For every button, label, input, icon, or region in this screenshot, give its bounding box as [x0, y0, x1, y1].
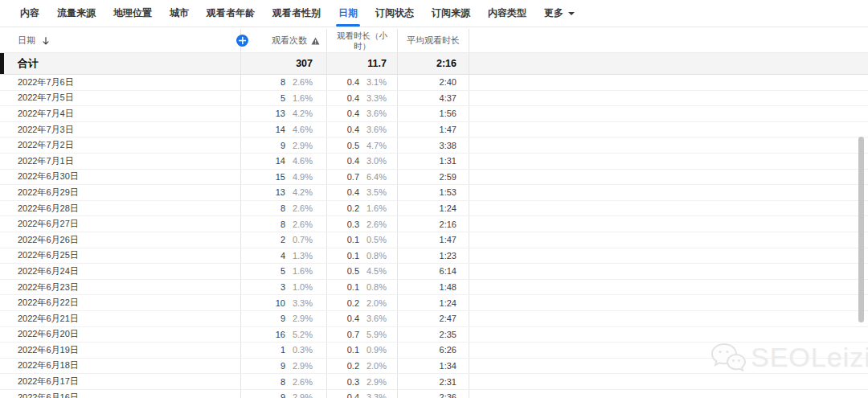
vertical-scrollbar-thumb[interactable]	[858, 137, 864, 322]
table-row[interactable]: 2022年6月20日 16 5.2% 0.7 5.9% 2:35	[0, 327, 868, 343]
header-date[interactable]: 日期	[0, 29, 241, 52]
row-views-pct: 4.9%	[285, 172, 313, 182]
table-row[interactable]: 2022年6月23日 3 1.0% 0.1 0.8% 1:48	[0, 280, 868, 296]
row-watch-time-cell: 0.1 0.5%	[327, 232, 398, 248]
row-avg-duration: 6:14	[440, 266, 457, 276]
table-row[interactable]: 2022年6月16日 9 2.9% 0.4 3.3% 2:36	[0, 390, 868, 398]
row-spacer	[469, 75, 868, 90]
row-views: 5	[241, 266, 285, 276]
row-date-cell: 2022年7月3日	[0, 122, 241, 137]
tab-label: 内容	[20, 6, 39, 20]
row-views: 15	[241, 172, 285, 182]
table-row[interactable]: 2022年6月22日 10 3.3% 0.2 2.0% 1:24	[0, 295, 868, 311]
header-avg-duration[interactable]: 平均观看时长	[398, 29, 469, 52]
tab-更多[interactable]: 更多	[535, 0, 583, 27]
table-row[interactable]: 2022年7月3日 14 4.6% 0.4 3.6% 1:47	[0, 122, 868, 138]
row-watch-time: 0.1	[327, 251, 359, 261]
tab-观看者年龄[interactable]: 观看者年龄	[198, 0, 264, 27]
row-avg-duration-cell: 2:35	[398, 327, 469, 343]
analytics-tab-bar: 内容 流量来源 地理位置 城市 观看者年龄 观看者性别 日期 订阅状态 订阅来源…	[0, 0, 868, 27]
row-spacer	[469, 122, 868, 137]
table-row[interactable]: 2022年7月4日 13 4.2% 0.4 3.6% 1:56	[0, 106, 868, 122]
row-watch-time-cell: 0.4 3.3%	[327, 390, 398, 398]
tab-地理位置[interactable]: 地理位置	[104, 0, 161, 27]
row-views-cell: 9 2.9%	[241, 359, 327, 374]
tab-label: 城市	[170, 6, 189, 20]
total-row: 合计 307 11.7 2:16	[0, 53, 868, 75]
row-date: 2022年6月26日	[18, 234, 79, 246]
table-body: 2022年7月6日 8 2.6% 0.4 3.1% 2:40 2022年7月5日…	[0, 75, 868, 398]
tab-城市[interactable]: 城市	[161, 0, 198, 27]
row-watch-time-pct: 3.5%	[359, 187, 387, 197]
table-row[interactable]: 2022年7月1日 14 4.6% 0.4 3.0% 1:31	[0, 154, 868, 170]
row-views: 9	[241, 361, 285, 371]
row-views-pct: 4.2%	[285, 187, 313, 197]
row-views: 8	[241, 77, 285, 87]
table-row[interactable]: 2022年6月25日 4 1.3% 0.1 0.8% 1:23	[0, 248, 868, 265]
tab-内容[interactable]: 内容	[11, 0, 48, 27]
table-row[interactable]: 2022年6月27日 8 2.6% 0.3 2.6% 2:16	[0, 216, 868, 232]
total-avg-duration: 2:16	[436, 58, 457, 69]
row-watch-time: 0.3	[327, 220, 359, 229]
warning-triangle-icon[interactable]	[311, 37, 320, 45]
row-watch-time: 0.5	[327, 141, 359, 150]
table-row[interactable]: 2022年7月2日 9 2.9% 0.5 4.7% 3:38	[0, 137, 868, 154]
row-watch-time: 0.5	[327, 266, 359, 276]
tab-订阅状态[interactable]: 订阅状态	[366, 0, 423, 27]
row-date-cell: 2022年6月21日	[0, 311, 241, 326]
table-row[interactable]: 2022年7月5日 5 1.6% 0.4 3.3% 4:37	[0, 91, 868, 107]
tab-label: 流量来源	[57, 6, 96, 20]
header-avg-duration-label: 平均观看时长	[407, 35, 460, 47]
header-views[interactable]: 观看次数	[241, 29, 327, 52]
total-avg-duration-cell: 2:16	[398, 53, 469, 74]
total-views: 307	[296, 58, 313, 69]
row-date: 2022年6月24日	[18, 265, 79, 277]
row-avg-duration-cell: 6:26	[398, 343, 469, 358]
row-views-pct: 1.3%	[285, 251, 313, 261]
tab-观看者性别[interactable]: 观看者性别	[264, 0, 330, 27]
table-row[interactable]: 2022年6月28日 8 2.6% 0.2 1.6% 1:24	[0, 201, 868, 217]
row-watch-time-cell: 0.7 5.9%	[327, 327, 398, 343]
row-spacer	[469, 185, 868, 200]
table-row[interactable]: 2022年7月6日 8 2.6% 0.4 3.1% 2:40	[0, 75, 868, 91]
table-header-row: 日期 观看次数 观看时长（小时） 平均观看时长	[0, 29, 868, 53]
row-date: 2022年6月16日	[18, 392, 79, 398]
header-watch-time[interactable]: 观看时长（小时）	[327, 29, 398, 52]
row-views-cell: 8 2.6%	[241, 374, 327, 389]
row-views-pct: 4.6%	[285, 125, 313, 134]
row-date: 2022年7月2日	[18, 139, 74, 151]
table-row[interactable]: 2022年6月29日 13 4.2% 0.4 3.5% 1:53	[0, 185, 868, 201]
row-watch-time: 0.3	[327, 377, 359, 387]
total-label-cell: 合计	[0, 53, 241, 74]
table-row[interactable]: 2022年6月30日 15 4.9% 0.7 6.4% 2:59	[0, 170, 868, 186]
table-row[interactable]: 2022年6月21日 9 2.9% 0.4 3.6% 2:47	[0, 311, 868, 327]
sort-descending-icon[interactable]	[41, 36, 51, 46]
table-row[interactable]: 2022年6月26日 2 0.7% 0.1 0.5% 1:47	[0, 232, 868, 248]
row-avg-duration-cell: 1:23	[398, 248, 469, 264]
row-watch-time-pct: 4.5%	[359, 266, 387, 276]
table-row[interactable]: 2022年6月18日 9 2.9% 0.2 2.0% 1:34	[0, 359, 868, 375]
row-avg-duration-cell: 1:53	[398, 185, 469, 200]
row-views: 16	[241, 330, 285, 339]
row-watch-time-pct: 3.6%	[359, 125, 387, 134]
table-row[interactable]: 2022年6月19日 1 0.3% 0.1 0.9% 6:26	[0, 343, 868, 359]
row-watch-time: 0.4	[327, 125, 359, 134]
tab-label: 订阅来源	[432, 6, 470, 20]
row-watch-time-pct: 2.9%	[359, 377, 387, 387]
table-row[interactable]: 2022年6月17日 8 2.6% 0.3 2.9% 2:31	[0, 374, 868, 390]
add-metric-button[interactable]	[236, 35, 248, 47]
row-views: 13	[241, 109, 285, 118]
row-date: 2022年6月23日	[18, 281, 79, 293]
tab-内容类型[interactable]: 内容类型	[479, 0, 535, 27]
row-spacer	[469, 311, 868, 326]
tab-订阅来源[interactable]: 订阅来源	[423, 0, 479, 27]
row-spacer	[469, 374, 868, 389]
table-row[interactable]: 2022年6月24日 5 1.6% 0.5 4.5% 6:14	[0, 264, 868, 280]
row-date: 2022年6月28日	[18, 203, 79, 215]
tab-日期[interactable]: 日期	[330, 0, 366, 27]
row-date: 2022年6月18日	[18, 359, 79, 371]
row-views-cell: 8 2.6%	[241, 201, 327, 216]
tab-流量来源[interactable]: 流量来源	[48, 0, 104, 27]
row-watch-time: 0.4	[327, 156, 359, 166]
row-views: 9	[241, 141, 285, 150]
